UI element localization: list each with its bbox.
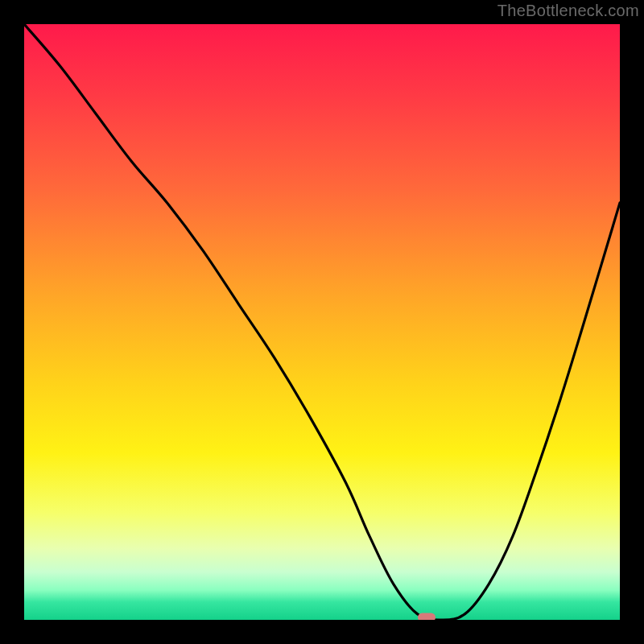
plot-area xyxy=(24,24,620,620)
chart-frame: TheBottleneck.com xyxy=(0,0,644,644)
bottleneck-marker xyxy=(418,613,436,621)
curve-line xyxy=(24,24,620,620)
watermark-text: TheBottleneck.com xyxy=(497,2,639,20)
